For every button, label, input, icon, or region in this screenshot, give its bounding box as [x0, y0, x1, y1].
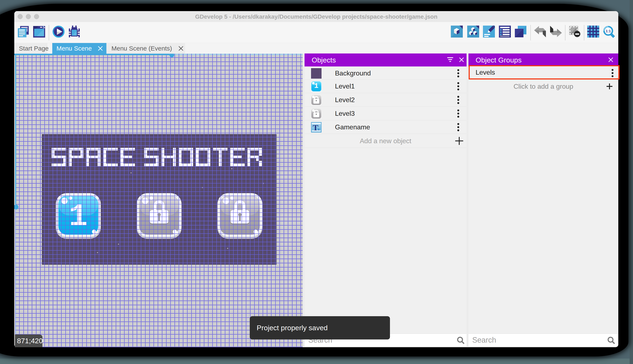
svg-text:1:1: 1:1 [606, 29, 611, 33]
